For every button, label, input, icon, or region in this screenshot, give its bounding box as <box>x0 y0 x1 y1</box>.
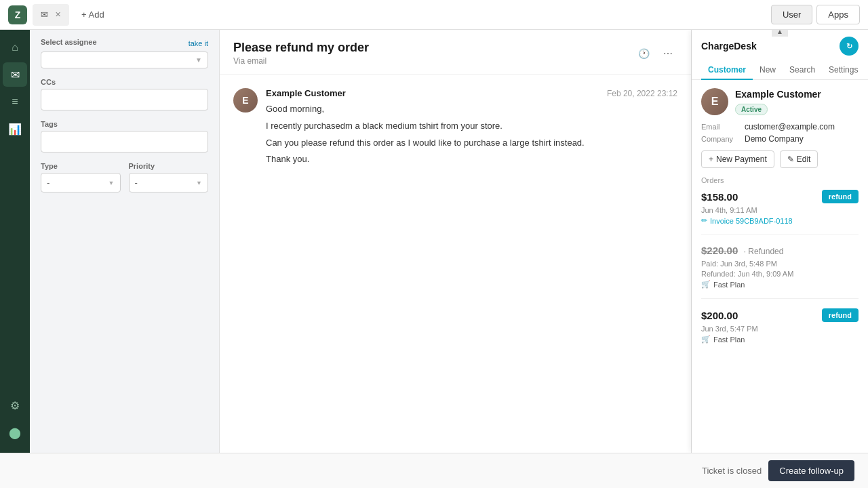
avatar: E <box>233 88 258 113</box>
customer-section: E Example Customer Active Email customer… <box>701 88 859 168</box>
tab-settings[interactable]: Settings <box>822 61 865 80</box>
ticket-history-icon[interactable]: 🕐 <box>634 44 653 63</box>
company-detail-row: Company Demo Company <box>701 134 859 144</box>
ticket-more-icon[interactable]: ⋯ <box>658 44 677 63</box>
chargedesk-title-row: ChargeDesk ↻ <box>701 37 859 56</box>
chargedesk-brand-icon: ↻ <box>840 37 859 56</box>
sidebar-settings-icon[interactable]: ⚙ <box>3 393 27 418</box>
assignee-dropdown[interactable]: ▼ <box>41 52 208 68</box>
icon-sidebar: ⌂ ✉ ≡ 📊 ⚙ ⬤ <box>0 30 30 453</box>
sidebar-bottom-icons: ⚙ ⬤ <box>3 393 27 445</box>
order-1-invoice[interactable]: ✏ Invoice 59CB9ADF-0118 <box>701 216 859 225</box>
add-tab-button[interactable]: + Add <box>75 7 111 22</box>
orders-section: Orders $158.00 refund Jun 4th, 9:11 AM ✏… <box>701 176 859 353</box>
priority-field: Priority - ▼ <box>129 162 209 192</box>
ticket-subtitle: Via email <box>233 56 369 66</box>
tab-close-icon[interactable]: ✕ <box>55 10 61 19</box>
user-button[interactable]: User <box>771 5 812 24</box>
tags-input[interactable] <box>41 131 208 152</box>
priority-dropdown[interactable]: - ▼ <box>129 173 209 192</box>
chargedesk-tabs: Customer New Search Settings <box>701 61 859 79</box>
customer-details: Email customer@example.com Company Demo … <box>701 122 859 144</box>
ticket-header: Please refund my order Via email 🕐 ⋯ <box>220 30 691 75</box>
order-1-date: Jun 4th, 9:11 AM <box>701 206 859 214</box>
edit-icon: ✎ <box>787 155 794 164</box>
orders-label: Orders <box>701 176 859 184</box>
sidebar-home-icon[interactable]: ⌂ <box>3 35 27 60</box>
main-area: ⌂ ✉ ≡ 📊 ⚙ ⬤ Select assignee take it ▼ CC… <box>0 30 868 453</box>
type-priority-row: Type - ▼ Priority - ▼ <box>41 162 208 192</box>
customer-name-section: Example Customer Active <box>735 89 859 115</box>
order-3-plan: 🛒 Fast Plan <box>701 335 859 344</box>
email-label: Email <box>701 123 739 131</box>
msg-line-1: Good morning, <box>266 102 677 117</box>
priority-label: Priority <box>129 162 209 170</box>
order-2-amount-refunded: $220.00 · Refunded <box>701 245 783 257</box>
status-badge: Active <box>735 104 768 115</box>
plus-icon: + <box>709 155 713 164</box>
refund-button-1[interactable]: refund <box>822 190 859 203</box>
ticket-actions: 🕐 ⋯ <box>634 44 677 63</box>
tags-field: Tags <box>41 120 208 152</box>
customer-profile-row: E Example Customer Active <box>701 88 859 115</box>
order-item-1: $158.00 refund Jun 4th, 9:11 AM ✏ Invoic… <box>701 190 859 235</box>
ticket-title: Please refund my order <box>233 41 369 55</box>
email-tab[interactable]: ✉ ✕ <box>33 4 69 26</box>
message-time: Feb 20, 2022 23:12 <box>607 89 677 98</box>
order-2-amount: $220.00 <box>701 245 738 256</box>
order-3-amount: $200.00 <box>701 310 738 321</box>
order-2-top-row: $220.00 · Refunded <box>701 245 859 257</box>
tags-label: Tags <box>41 120 208 128</box>
type-chevron-icon: ▼ <box>108 180 115 186</box>
cart-icon-3: 🛒 <box>701 335 711 344</box>
refund-button-3[interactable]: refund <box>822 308 859 322</box>
order-item-3: $200.00 refund Jun 3rd, 5:47 PM 🛒 Fast P… <box>701 308 859 353</box>
msg-line-4: Thank you. <box>266 152 677 167</box>
sender-name: Example Customer <box>266 88 346 98</box>
ccs-input[interactable] <box>41 89 208 110</box>
msg-line-3: Can you please refund this order as I wo… <box>266 136 677 150</box>
customer-name: Example Customer <box>735 89 859 100</box>
order-1-top-row: $158.00 refund <box>701 190 859 203</box>
edit-button[interactable]: ✎ Edit <box>780 150 818 168</box>
chargedesk-panel: ▲ ChargeDesk ↻ Customer New Search Setti… <box>692 30 868 453</box>
tab-customer[interactable]: Customer <box>701 61 753 80</box>
message-meta: Example Customer Feb 20, 2022 23:12 <box>266 88 677 98</box>
tab-search[interactable]: Search <box>783 61 822 80</box>
sidebar-chart-icon[interactable]: 📊 <box>3 117 27 141</box>
apps-button[interactable]: Apps <box>816 5 860 24</box>
sidebar-list-icon[interactable]: ≡ <box>3 89 27 114</box>
order-2-refunded-label: · Refunded <box>744 247 784 256</box>
assignee-field: Select assignee take it ▼ <box>41 38 208 68</box>
app-logo: Z <box>8 5 27 24</box>
msg-line-2: I recently purchasedm a black medium tsh… <box>266 119 677 134</box>
bottom-bar: Ticket is closed Create follow-up <box>0 453 868 488</box>
chargedesk-title: ChargeDesk <box>701 41 757 52</box>
new-payment-button[interactable]: + New Payment <box>701 150 774 168</box>
cart-icon: 🛒 <box>701 280 711 289</box>
order-2-date-paid: Paid: Jun 3rd, 5:48 PM <box>701 260 859 268</box>
type-label: Type <box>41 162 121 170</box>
ccs-field: CCs <box>41 78 208 110</box>
type-field: Type - ▼ <box>41 162 121 192</box>
assignee-label: Select assignee <box>41 38 97 46</box>
company-label: Company <box>701 135 739 143</box>
sidebar-email-icon[interactable]: ✉ <box>3 62 27 87</box>
sidebar-user-icon[interactable]: ⬤ <box>3 420 27 445</box>
pencil-icon: ✏ <box>701 216 707 225</box>
order-3-date: Jun 3rd, 5:47 PM <box>701 325 859 333</box>
top-bar-right: User Apps <box>771 5 860 24</box>
chevron-down-icon: ▼ <box>195 56 202 64</box>
tab-new[interactable]: New <box>753 61 783 80</box>
create-follow-up-button[interactable]: Create follow-up <box>768 460 854 481</box>
priority-chevron-icon: ▼ <box>196 180 202 186</box>
email-detail-row: Email customer@example.com <box>701 122 859 131</box>
collapse-button[interactable]: ▲ <box>772 30 788 37</box>
top-bar: Z ✉ ✕ + Add User Apps <box>0 0 868 30</box>
left-panel: Select assignee take it ▼ CCs Tags Type … <box>30 30 220 453</box>
message-body: Good morning, I recently purchasedm a bl… <box>266 102 677 167</box>
message-content: Example Customer Feb 20, 2022 23:12 Good… <box>266 88 677 169</box>
type-dropdown[interactable]: - ▼ <box>41 173 121 192</box>
take-it-link[interactable]: take it <box>189 39 208 47</box>
center-panel: Please refund my order Via email 🕐 ⋯ E E… <box>220 30 692 453</box>
